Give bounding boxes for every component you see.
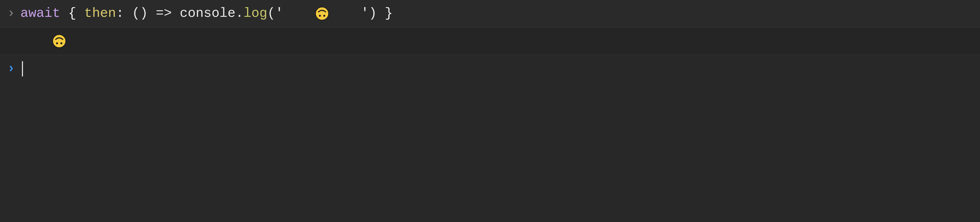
token-dot: . <box>235 6 243 21</box>
text-caret-icon <box>22 61 23 76</box>
token-call-lparen: ( <box>267 6 275 21</box>
token-arrow: => <box>156 6 172 21</box>
console-output-value <box>21 34 974 48</box>
devtools-console: › await { then: () => console.log('') } … <box>0 0 980 82</box>
console-prompt-row[interactable]: › <box>0 55 980 82</box>
token-ident-console: console <box>180 6 235 21</box>
token-call-rparen: ) <box>369 6 377 21</box>
console-prompt-input[interactable] <box>21 61 974 76</box>
token-lparen: ( <box>132 6 140 21</box>
console-output-row <box>0 27 980 55</box>
token-brace-open: { <box>68 6 76 21</box>
prompt-chevron-icon: › <box>6 61 21 77</box>
console-input-code: await { then: () => console.log('') } <box>21 6 974 21</box>
token-keyword-await: await <box>21 6 60 21</box>
input-chevron-icon: › <box>6 6 21 21</box>
token-colon: : <box>116 6 124 21</box>
token-property-then: then <box>84 6 116 21</box>
token-quote-close: ' <box>361 6 369 21</box>
token-brace-close: } <box>385 6 393 21</box>
upside-down-face-icon <box>21 34 97 48</box>
token-quote-open: ' <box>275 6 283 21</box>
token-method-log: log <box>243 6 267 21</box>
token-rparen: ) <box>140 6 148 21</box>
console-input-row[interactable]: › await { then: () => console.log('') } <box>0 0 980 27</box>
upside-down-face-icon <box>284 6 360 21</box>
